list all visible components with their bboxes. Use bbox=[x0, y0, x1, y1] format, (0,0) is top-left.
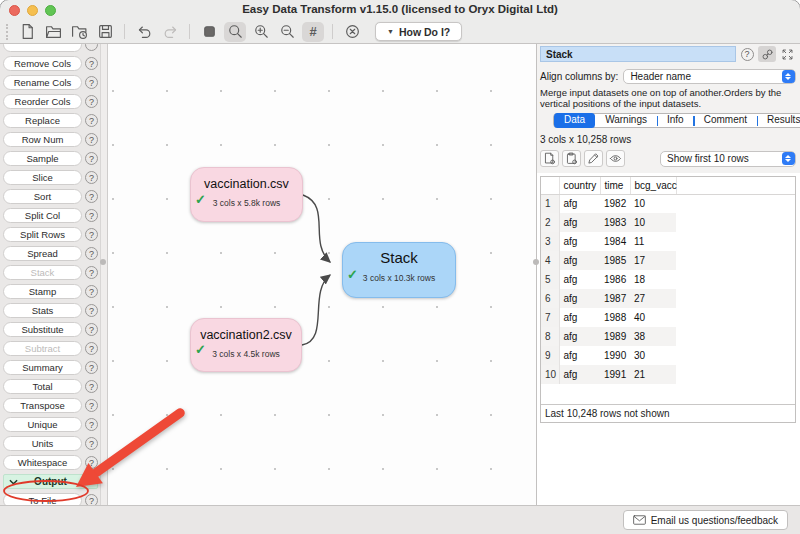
table-cell: 1986 bbox=[600, 270, 630, 289]
help-icon[interactable]: ? bbox=[85, 494, 98, 505]
help-icon[interactable]: ? bbox=[85, 228, 98, 241]
pane-splitter[interactable] bbox=[100, 44, 108, 505]
transform-button-sample[interactable]: Sample bbox=[3, 151, 82, 166]
table-cell: 1983 bbox=[600, 213, 630, 232]
help-icon[interactable]: ? bbox=[85, 323, 98, 336]
help-icon[interactable]: ? bbox=[85, 456, 98, 469]
help-icon[interactable]: ? bbox=[85, 285, 98, 298]
transform-button-unique[interactable]: Unique bbox=[3, 417, 82, 432]
transform-button-subtract[interactable]: Subtract bbox=[3, 341, 82, 356]
transform-button-split-col[interactable]: Split Col bbox=[3, 208, 82, 223]
table-body: 1afg1982102afg1983103afg1984114afg198517… bbox=[541, 194, 795, 384]
help-icon[interactable]: ? bbox=[85, 361, 98, 374]
link-panel-button[interactable] bbox=[758, 46, 776, 62]
workflow-canvas[interactable]: vaccination.csv 3 cols x 5.8k rows ✓ vac… bbox=[108, 44, 536, 505]
tab-comment[interactable]: Comment bbox=[694, 113, 757, 128]
help-icon[interactable]: ? bbox=[85, 190, 98, 203]
transform-button-remove-cols[interactable]: Remove Cols bbox=[3, 56, 82, 71]
toggle-grid-button[interactable]: # bbox=[302, 22, 324, 42]
help-icon[interactable]: ? bbox=[85, 437, 98, 450]
save-button[interactable] bbox=[94, 22, 116, 42]
new-file-button[interactable] bbox=[16, 22, 38, 42]
node-subtitle: 3 cols x 4.5k rows bbox=[191, 349, 301, 359]
output-section-label: Output bbox=[34, 476, 67, 487]
node-vaccination-csv[interactable]: vaccination.csv 3 cols x 5.8k rows ✓ bbox=[190, 167, 303, 222]
transform-button-transpose[interactable]: Transpose bbox=[3, 398, 82, 413]
cancel-button[interactable] bbox=[341, 22, 363, 42]
transform-button-split-rows[interactable]: Split Rows bbox=[3, 227, 82, 242]
check-icon: ✓ bbox=[195, 342, 206, 357]
how-do-i-button[interactable]: ▼ How Do I? bbox=[375, 22, 462, 41]
help-icon[interactable] bbox=[85, 44, 98, 51]
help-icon[interactable]: ? bbox=[85, 76, 98, 89]
transform-button-whitespace[interactable]: Whitespace bbox=[3, 455, 82, 470]
node-stack[interactable]: Stack 3 cols x 10.3k rows ✓ bbox=[342, 242, 456, 298]
help-icon[interactable]: ? bbox=[85, 95, 98, 108]
transform-button-summary[interactable]: Summary bbox=[3, 360, 82, 375]
help-icon[interactable]: ? bbox=[85, 266, 98, 279]
transform-button-rename-cols[interactable]: Rename Cols bbox=[3, 75, 82, 90]
to-file-button[interactable]: To File bbox=[3, 493, 82, 505]
transform-button-stack[interactable]: Stack bbox=[3, 265, 82, 280]
transform-button-units[interactable]: Units bbox=[3, 436, 82, 451]
help-icon[interactable]: ? bbox=[85, 57, 98, 70]
preview-data-button[interactable] bbox=[606, 150, 625, 167]
table-cell: afg bbox=[559, 251, 600, 270]
help-icon[interactable]: ? bbox=[85, 342, 98, 355]
zoom-in-button[interactable] bbox=[250, 22, 272, 42]
help-icon[interactable]: ? bbox=[85, 152, 98, 165]
undo-button[interactable] bbox=[133, 22, 155, 42]
row-count-select[interactable]: Show first 10 rows bbox=[660, 151, 796, 167]
expand-panel-button[interactable] bbox=[778, 46, 796, 62]
zoom-fit-button[interactable] bbox=[224, 22, 246, 42]
transform-button-substitute[interactable]: Substitute bbox=[3, 322, 82, 337]
transform-button-slice[interactable]: Slice bbox=[3, 170, 82, 185]
help-icon[interactable]: ? bbox=[85, 399, 98, 412]
transform-button-replace[interactable]: Replace bbox=[3, 113, 82, 128]
help-icon[interactable]: ? bbox=[85, 209, 98, 222]
column-header-country[interactable]: country bbox=[559, 177, 600, 194]
transform-button-partial[interactable] bbox=[3, 44, 82, 52]
data-table[interactable]: countrytimebcg_vacc 1afg1982102afg198310… bbox=[540, 176, 796, 423]
copy-data-button[interactable] bbox=[540, 150, 559, 167]
tab-data[interactable]: Data bbox=[554, 113, 595, 128]
help-icon[interactable]: ? bbox=[85, 380, 98, 393]
table-row: 1afg198210 bbox=[541, 194, 795, 213]
redo-button[interactable] bbox=[159, 22, 181, 42]
paste-data-button[interactable] bbox=[562, 150, 581, 167]
node-title: vaccination2.csv bbox=[191, 328, 301, 342]
help-icon[interactable]: ? bbox=[85, 133, 98, 146]
open-file-button[interactable] bbox=[42, 22, 64, 42]
tab-results[interactable]: Results bbox=[757, 113, 800, 128]
transform-button-reorder-cols[interactable]: Reorder Cols bbox=[3, 94, 82, 109]
panel-help-button[interactable]: ? bbox=[738, 46, 756, 62]
zoom-out-button[interactable] bbox=[276, 22, 298, 42]
row-number: 3 bbox=[541, 232, 559, 251]
help-icon[interactable]: ? bbox=[85, 171, 98, 184]
transform-button-spread[interactable]: Spread bbox=[3, 246, 82, 261]
edit-data-button[interactable] bbox=[584, 150, 603, 167]
help-icon[interactable]: ? bbox=[85, 247, 98, 260]
transform-button-sort[interactable]: Sort bbox=[3, 189, 82, 204]
add-node-button[interactable] bbox=[198, 22, 220, 42]
transform-button-stats[interactable]: Stats bbox=[3, 303, 82, 318]
column-header-bcg_vacc[interactable]: bcg_vacc bbox=[630, 177, 676, 194]
tab-info[interactable]: Info bbox=[657, 113, 694, 128]
email-feedback-button[interactable]: Email us questions/feedback bbox=[623, 510, 788, 530]
tab-warnings[interactable]: Warnings bbox=[595, 113, 657, 128]
help-icon[interactable]: ? bbox=[85, 304, 98, 317]
column-header-time[interactable]: time bbox=[600, 177, 630, 194]
transform-button-stamp[interactable]: Stamp bbox=[3, 284, 82, 299]
splitter-handle[interactable] bbox=[100, 259, 106, 265]
transform-button-total[interactable]: Total bbox=[3, 379, 82, 394]
align-columns-select[interactable]: Header name bbox=[623, 69, 796, 84]
splitter-handle[interactable] bbox=[533, 259, 539, 265]
transform-button-row-num[interactable]: Row Num bbox=[3, 132, 82, 147]
recent-files-button[interactable] bbox=[68, 22, 90, 42]
help-icon[interactable]: ? bbox=[85, 114, 98, 127]
output-section-header[interactable]: Output bbox=[3, 474, 98, 489]
row-number: 1 bbox=[541, 194, 559, 213]
node-vaccination2-csv[interactable]: vaccination2.csv 3 cols x 4.5k rows ✓ bbox=[190, 318, 302, 372]
transform-description-line1: Merge input datasets one on top of anoth… bbox=[540, 88, 796, 99]
help-icon[interactable]: ? bbox=[85, 418, 98, 431]
